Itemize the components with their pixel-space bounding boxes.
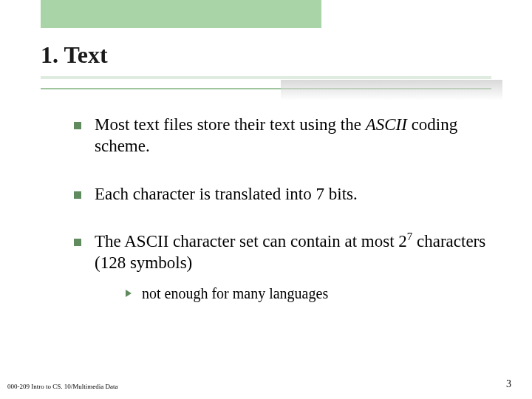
sub-bullet-item: not enough for many languages [126, 284, 488, 303]
bullet-item: Most text files store their text using t… [74, 115, 488, 157]
text-run: The ASCII character set can contain at m… [95, 232, 407, 250]
text-run: Most text files store their text using t… [95, 115, 366, 134]
slide-title: 1. Text [41, 41, 491, 76]
slide-number: 3 [506, 378, 511, 390]
italic-term: ASCII [366, 115, 407, 134]
square-bullet-icon [74, 239, 81, 246]
bullet-text: Most text files store their text using t… [95, 115, 488, 157]
square-bullet-icon [74, 122, 81, 129]
square-bullet-icon [74, 191, 81, 199]
sub-bullet-text: not enough for many languages [142, 284, 328, 303]
bullet-text: Each character is translated into 7 bits… [95, 184, 358, 205]
title-underline [41, 76, 491, 79]
title-shadow [281, 80, 502, 100]
bullet-item: Each character is translated into 7 bits… [74, 184, 488, 205]
bullet-item: The ASCII character set can contain at m… [74, 231, 488, 303]
heading-area: 1. Text [41, 41, 491, 79]
accent-bar [41, 0, 321, 28]
content-area: Most text files store their text using t… [74, 115, 488, 303]
footer-left: 000-209 Intro to CS. 10/Multimedia Data [7, 383, 117, 390]
triangle-bullet-icon [126, 290, 132, 297]
bullet-text: The ASCII character set can contain at m… [95, 231, 488, 303]
